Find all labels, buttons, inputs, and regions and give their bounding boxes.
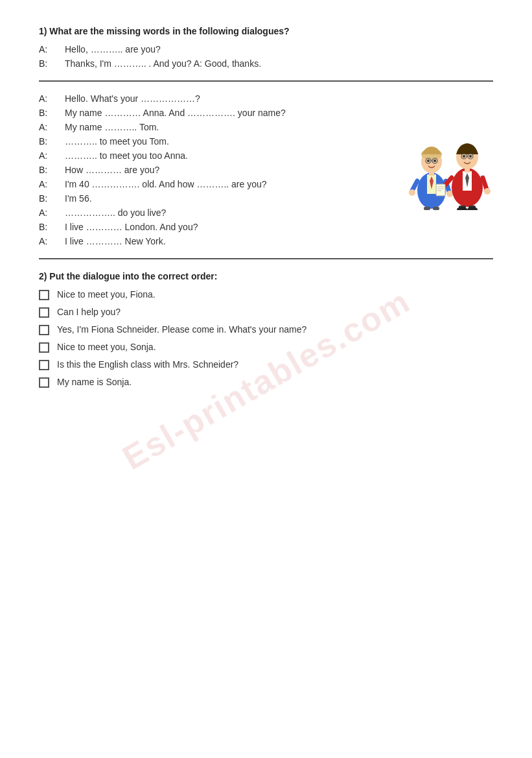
speaker-a1: A: xyxy=(39,44,65,54)
q2-item-4: Nice to meet you, Sonja. xyxy=(57,342,493,352)
d2-speaker-b4: B: xyxy=(39,193,65,204)
d2-line11: A: I live ………… New York. xyxy=(39,236,389,246)
d2-speaker-a4: A: xyxy=(39,179,65,189)
d2-speaker-a2: A: xyxy=(39,122,65,132)
dialogue1: A: Hello, ……….. are you? B: Thanks, I'm … xyxy=(39,44,493,69)
list-item: Is this the English class with Mrs. Schn… xyxy=(39,359,493,370)
list-item: My name is Sonja. xyxy=(39,377,493,388)
svg-line-11 xyxy=(412,181,417,191)
d2-speaker-a3: A: xyxy=(39,150,65,161)
d2-text-b5: I live ………… London. And you? xyxy=(65,222,389,232)
checkbox-icon-4[interactable] xyxy=(39,342,49,353)
checkbox-icon-3[interactable] xyxy=(39,325,49,335)
checkbox-icon-6[interactable] xyxy=(39,377,49,388)
q2-item-5: Is this the English class with Mrs. Schn… xyxy=(57,359,493,370)
line-text-b1: Thanks, I'm ……….. . And you? A: Good, th… xyxy=(65,58,493,69)
d2-speaker-a1: A: xyxy=(39,93,65,104)
d2-text-a6: I live ………… New York. xyxy=(65,236,389,246)
d2-line3: A: My name ……….. Tom. xyxy=(39,122,389,132)
speaker-b1: B: xyxy=(39,58,65,69)
dialogue1-line1: A: Hello, ……….. are you? xyxy=(39,44,493,54)
svg-rect-15 xyxy=(424,207,430,210)
d2-line4: B: ……….. to meet you Tom. xyxy=(39,136,389,147)
svg-rect-31 xyxy=(436,184,445,196)
question1-section: 1) What are the missing words in the fol… xyxy=(39,26,493,259)
svg-line-28 xyxy=(483,178,487,189)
question2-label: 2) Put the dialogue into the correct ord… xyxy=(39,271,493,281)
list-item: Can I help you? xyxy=(39,307,493,318)
svg-point-23 xyxy=(469,155,472,158)
dialogue1-line2: B: Thanks, I'm ……….. . And you? A: Good,… xyxy=(39,58,493,69)
divider1 xyxy=(39,80,493,82)
d2-speaker-a5: A: xyxy=(39,207,65,218)
d2-text-b1: My name ………… Anna. And ……………. your name? xyxy=(65,108,389,118)
q2-item-3: Yes, I'm Fiona Schneider. Please come in… xyxy=(57,324,493,335)
d2-text-a5: …………….. do you live? xyxy=(65,207,389,218)
d2-speaker-b1: B: xyxy=(39,108,65,118)
svg-point-22 xyxy=(463,155,465,158)
list-item: Nice to meet you, Fiona. xyxy=(39,289,493,300)
svg-point-13 xyxy=(409,189,415,196)
svg-point-6 xyxy=(427,160,430,162)
d2-text-a2: My name ……….. Tom. xyxy=(65,122,389,132)
d2-speaker-b5: B: xyxy=(39,222,65,232)
cartoon-illustration xyxy=(402,106,493,210)
q2-item-1: Nice to meet you, Fiona. xyxy=(57,289,493,300)
d2-line8: B: I'm 56. xyxy=(39,193,389,204)
dialogue2: A: Hello. What's your ………………? B: My name… xyxy=(39,93,389,246)
checkbox-icon-1[interactable] xyxy=(39,290,49,300)
d2-text-a3: ……….. to meet you too Anna. xyxy=(65,150,389,161)
list-item: Yes, I'm Fiona Schneider. Please come in… xyxy=(39,324,493,335)
d2-line1: A: Hello. What's your ………………? xyxy=(39,93,389,104)
svg-rect-16 xyxy=(433,207,439,210)
d2-speaker-b3: B: xyxy=(39,165,65,175)
d2-speaker-b2: B: xyxy=(39,136,65,147)
d2-line6: B: How ………… are you? xyxy=(39,165,389,175)
d2-line10: B: I live ………… London. And you? xyxy=(39,222,389,232)
svg-point-30 xyxy=(484,188,491,195)
q2-item-2: Can I help you? xyxy=(57,307,493,317)
d2-line5: A: ……….. to meet you too Anna. xyxy=(39,150,389,161)
question1-label: 1) What are the missing words in the fol… xyxy=(39,26,493,36)
divider2 xyxy=(39,258,493,259)
checkbox-icon-5[interactable] xyxy=(39,360,49,370)
d2-line9: A: …………….. do you live? xyxy=(39,207,389,218)
d2-line2: B: My name ………… Anna. And ……………. your na… xyxy=(39,108,389,118)
d2-text-b3: How ………… are you? xyxy=(65,165,389,175)
d2-text-a1: Hello. What's your ………………? xyxy=(65,93,389,104)
question2-section: 2) Put the dialogue into the correct ord… xyxy=(39,271,493,388)
checkbox-icon-2[interactable] xyxy=(39,307,49,318)
d2-text-a4: I'm 40 ……………. old. And how ……….. are you… xyxy=(65,179,389,189)
d2-text-b2: ……….. to meet you Tom. xyxy=(65,136,389,147)
svg-point-7 xyxy=(434,160,436,162)
dialogue2-container: A: Hello. What's your ………………? B: My name… xyxy=(39,93,493,246)
line-text-a1: Hello, ……….. are you? xyxy=(65,44,493,54)
svg-point-14 xyxy=(446,191,453,197)
list-item: Nice to meet you, Sonja. xyxy=(39,342,493,353)
d2-speaker-a6: A: xyxy=(39,236,65,246)
d2-text-b4: I'm 56. xyxy=(65,193,389,204)
q2-item-6: My name is Sonja. xyxy=(57,377,493,387)
question2-items: Nice to meet you, Fiona. Can I help you?… xyxy=(39,289,493,388)
d2-line7: A: I'm 40 ……………. old. And how ……….. are … xyxy=(39,179,389,189)
